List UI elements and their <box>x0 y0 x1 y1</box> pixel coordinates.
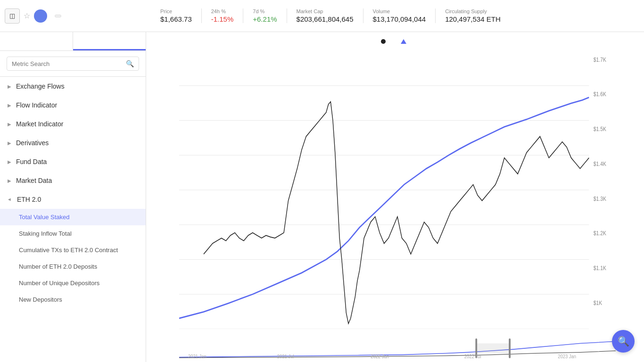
sidebar-toggle-icon: ◫ <box>9 12 15 19</box>
svg-text:2023 Jan: 2023 Jan <box>558 354 576 358</box>
legend-tvs <box>400 39 410 44</box>
nav-item-0[interactable]: ▶ Exchange Flows <box>0 77 146 96</box>
svg-rect-34 <box>509 338 511 358</box>
stat-item-4: Volume$13,170,094,044 <box>363 8 436 23</box>
tab-summary[interactable] <box>0 32 73 50</box>
nav-arrow-icon: ▶ <box>8 84 11 89</box>
search-fab-button[interactable]: 🔍 <box>612 330 635 353</box>
header: ◫ ☆ Price$1,663.7324h %-1.15%7d %+6.21%M… <box>0 0 644 32</box>
stat-label-0: Price <box>160 8 192 14</box>
nav-sub-item-6-2[interactable]: Cumulative TXs to ETH 2.0 Contract <box>0 242 146 258</box>
svg-text:$1.3K: $1.3K <box>594 196 606 202</box>
mini-chart: 2021 Jan 2021 Jul 2022 Jan 2022 Jul 2023… <box>146 338 644 362</box>
search-wrapper: 🔍 <box>7 57 139 71</box>
price-usd-dot-icon <box>380 39 386 44</box>
nav-item-5[interactable]: ▶ Market Data <box>0 171 146 190</box>
svg-text:2022 Jan: 2022 Jan <box>371 354 389 358</box>
nav-item-header-6[interactable]: ▼ ETH 2.0 <box>0 190 146 209</box>
nav-item-label: ETH 2.0 <box>17 196 41 203</box>
search-container: 🔍 <box>0 51 146 77</box>
nav-item-label: Derivatives <box>16 139 49 147</box>
nav-arrow-icon: ▶ <box>8 103 11 108</box>
stat-item-0: Price$1,663.73 <box>151 8 202 23</box>
total-value-staked-dot-icon <box>400 39 407 44</box>
stat-value-2: +6.21% <box>253 15 277 23</box>
nav-item-label: Fund Data <box>16 158 47 165</box>
favorite-icon[interactable]: ☆ <box>24 11 30 20</box>
stat-item-5: Circulating Supply120,497,534 ETH <box>436 8 510 23</box>
search-fab-icon: 🔍 <box>618 336 629 347</box>
toggle-sidebar-button[interactable]: ◫ <box>5 8 20 24</box>
nav-item-label: Flow Indicator <box>16 101 57 109</box>
svg-text:$1.2K: $1.2K <box>594 230 606 237</box>
svg-text:$1.1K: $1.1K <box>594 265 606 271</box>
main-chart-svg: 15.5M 15M 14.5M 14M 13.5M $1.7K $1.6K $1… <box>179 51 616 329</box>
mini-chart-svg: 2021 Jan 2021 Jul 2022 Jan 2022 Jul 2023… <box>179 338 616 358</box>
svg-text:$1.6K: $1.6K <box>594 91 606 98</box>
nav-arrow-icon: ▶ <box>8 159 11 165</box>
search-icon: 🔍 <box>126 60 134 67</box>
svg-text:2022 Jul: 2022 Jul <box>464 354 481 358</box>
svg-point-0 <box>381 39 386 44</box>
svg-marker-1 <box>401 39 406 44</box>
chart-area: 15.5M 15M 14.5M 14M 13.5M $1.7K $1.6K $1… <box>146 32 644 362</box>
nav-item-label: Exchange Flows <box>16 82 65 90</box>
sidebar-tabs <box>0 32 146 51</box>
metric-search-input[interactable] <box>12 60 123 67</box>
stat-value-5: 120,497,534 ETH <box>445 15 501 23</box>
legend-price-usd <box>380 39 389 44</box>
coin-ticker <box>55 15 61 17</box>
stat-value-0: $1,663.73 <box>160 15 192 23</box>
nav-arrow-icon: ▶ <box>8 122 11 127</box>
nav-item-label: Market Data <box>16 177 52 184</box>
stat-item-3: Market Cap$203,661,804,645 <box>287 8 363 23</box>
header-stats: Price$1,663.7324h %-1.15%7d %+6.21%Marke… <box>151 8 639 23</box>
nav-sub-item-6-0[interactable]: Total Value Staked <box>0 209 146 225</box>
svg-text:$1.7K: $1.7K <box>594 57 606 63</box>
stat-item-1: 24h %-1.15% <box>202 8 244 23</box>
svg-text:$1K: $1K <box>594 300 603 306</box>
tab-charts[interactable] <box>73 32 146 50</box>
coin-logo <box>34 9 47 23</box>
nav-item-label: Market Indicator <box>16 120 63 128</box>
nav-sub-item-6-4[interactable]: Number of Unique Depositors <box>0 275 146 291</box>
stat-value-4: $13,170,094,044 <box>373 15 426 23</box>
nav-sub-item-6-3[interactable]: Number of ETH 2.0 Deposits <box>0 258 146 275</box>
nav-item-3[interactable]: ▶ Derivatives <box>0 133 146 152</box>
svg-text:2021 Jul: 2021 Jul <box>277 354 294 358</box>
nav-arrow-icon: ▶ <box>8 178 11 183</box>
svg-text:$1.5K: $1.5K <box>594 126 606 132</box>
stat-label-4: Volume <box>373 8 426 14</box>
stat-value-3: $203,661,804,645 <box>297 15 354 23</box>
stat-value-1: -1.15% <box>211 15 234 23</box>
nav-arrow-icon: ▶ <box>8 140 11 146</box>
sidebar: 🔍 ▶ Exchange Flows▶ Flow Indicator▶ Mark… <box>0 32 146 362</box>
stat-label-5: Circulating Supply <box>445 8 501 14</box>
nav-item-6[interactable]: ▼ ETH 2.0Total Value StakedStaking Inflo… <box>0 190 146 308</box>
header-left: ◫ ☆ <box>5 8 151 24</box>
nav-sub-item-6-5[interactable]: New Depositors <box>0 291 146 308</box>
stat-item-2: 7d %+6.21% <box>243 8 287 23</box>
chart-legend <box>146 32 644 46</box>
stat-label-2: 7d % <box>253 8 277 14</box>
nav-item-4[interactable]: ▶ Fund Data <box>0 152 146 171</box>
svg-text:$1.4K: $1.4K <box>594 161 606 167</box>
nav-item-2[interactable]: ▶ Market Indicator <box>0 115 146 133</box>
nav-sub-list-6: Total Value StakedStaking Inflow TotalCu… <box>0 209 146 308</box>
main-chart: 15.5M 15M 14.5M 14M 13.5M $1.7K $1.6K $1… <box>146 46 644 338</box>
nav-sub-item-6-1[interactable]: Staking Inflow Total <box>0 225 146 242</box>
nav-list: ▶ Exchange Flows▶ Flow Indicator▶ Market… <box>0 77 146 362</box>
stat-label-3: Market Cap <box>297 8 354 14</box>
svg-text:2021 Jan: 2021 Jan <box>188 354 206 358</box>
nav-item-1[interactable]: ▶ Flow Indicator <box>0 96 146 115</box>
svg-rect-35 <box>477 344 509 354</box>
nav-arrow-open-icon: ▼ <box>7 197 12 202</box>
main-layout: 🔍 ▶ Exchange Flows▶ Flow Indicator▶ Mark… <box>0 32 644 362</box>
stat-label-1: 24h % <box>211 8 234 14</box>
